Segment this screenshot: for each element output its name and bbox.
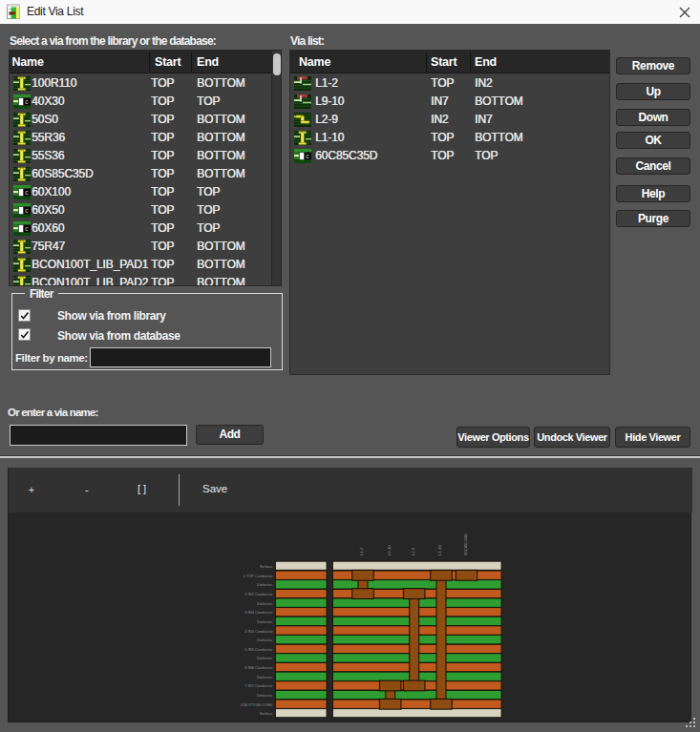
svg-text:8 BOTTOM COND: 8 BOTTOM COND [241, 702, 272, 707]
svg-text:6 IN6 Conductor: 6 IN6 Conductor [244, 665, 273, 670]
svg-text:Surface: Surface [260, 711, 274, 716]
svg-text:Dielectric: Dielectric [257, 601, 272, 606]
svg-text:Dielectric: Dielectric [257, 675, 272, 680]
svg-text:Dielectric: Dielectric [257, 582, 272, 587]
svg-text:L2-9: L2-9 [411, 547, 415, 555]
svg-text:Dielectric: Dielectric [257, 638, 272, 642]
svg-text:60C85C35D: 60C85C35D [463, 533, 468, 555]
svg-text:3 IN3 Conductor: 3 IN3 Conductor [244, 610, 273, 615]
svg-text:Dielectric: Dielectric [257, 619, 272, 624]
svg-text:2 IN2 Conductor: 2 IN2 Conductor [244, 592, 273, 596]
svg-text:7 IN7 Conductor: 7 IN7 Conductor [244, 683, 273, 688]
svg-text:Dielectric: Dielectric [257, 693, 272, 698]
svg-text:L1-2: L1-2 [359, 547, 364, 555]
svg-text:1 TOP Conductor: 1 TOP Conductor [244, 574, 274, 578]
svg-text:5 IN5 Conductor: 5 IN5 Conductor [244, 647, 273, 652]
svg-text:L1-10: L1-10 [437, 545, 442, 555]
svg-text:Surface: Surface [260, 564, 274, 569]
svg-text:L9-10: L9-10 [387, 545, 392, 555]
svg-text:Dielectric: Dielectric [257, 656, 272, 660]
svg-text:4 IN4 Conductor: 4 IN4 Conductor [244, 629, 273, 634]
